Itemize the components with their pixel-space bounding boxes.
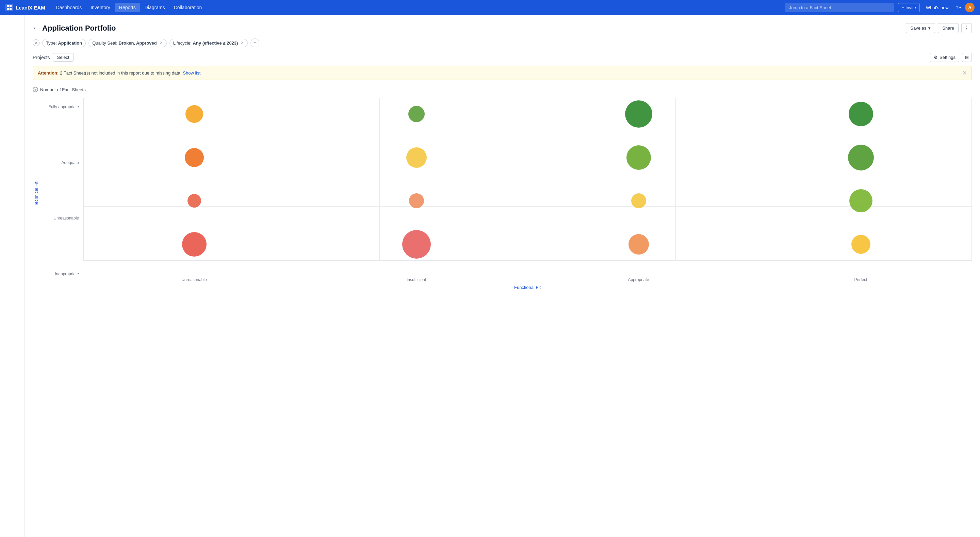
chart-grid: UnreasonableInsufficientAppropriatePerfe… — [83, 98, 972, 290]
search-input[interactable] — [785, 3, 894, 12]
gear-icon: ⚙ — [934, 55, 938, 60]
bubble-medium-green-3[interactable] — [850, 189, 872, 212]
chart-legend: ⊘ Number of Fact Sheets — [33, 87, 972, 92]
bubble-medium-yellow-2[interactable] — [851, 235, 870, 254]
y-tick: Fully appropriate — [42, 105, 83, 109]
chart-row: Technical Fit Fully appropriateAdequateU… — [33, 98, 972, 290]
navbar: LeanIX EAM DashboardsInventoryReportsDia… — [0, 0, 980, 15]
legend-icon: ⊘ — [33, 87, 38, 92]
bubble-small-green[interactable] — [408, 106, 425, 122]
projects-label: Projects — [33, 55, 50, 60]
bubble-large-green-2[interactable] — [848, 145, 874, 171]
bubble-medium-orange-2[interactable] — [628, 234, 649, 255]
y-tick: Inappropriate — [42, 272, 83, 276]
back-button[interactable]: ← — [33, 24, 39, 32]
filters-row: ✕ Type: Application Quality Seal: Broken… — [33, 38, 972, 47]
help-button[interactable]: ? ▾ — [955, 4, 962, 11]
whats-new-button[interactable]: What's new — [923, 3, 952, 12]
add-filter-button[interactable]: + — [250, 38, 259, 47]
x-axis-title: Functional Fit — [83, 285, 972, 290]
grid-inner — [83, 98, 972, 261]
clear-all-filter-button[interactable]: ✕ — [33, 40, 40, 46]
invite-button[interactable]: + Invite — [898, 3, 920, 12]
share-button[interactable]: Share — [938, 23, 959, 33]
y-axis-title: Technical Fit — [33, 98, 40, 290]
grid-icon: ⊞ — [965, 55, 969, 60]
bubble-medium-yellow[interactable] — [406, 147, 427, 168]
x-tick: Unreasonable — [83, 277, 305, 282]
toolbar-right: ⚙ Settings ⊞ — [930, 53, 972, 62]
y-axis-ticks: Fully appropriateAdequateUnreasonableIna… — [42, 98, 83, 290]
alert-close-button[interactable]: ✕ — [962, 70, 967, 76]
nav-actions: + Invite What's new ? ▾ A — [898, 3, 975, 12]
lifecycle-filter-remove[interactable]: ✕ — [240, 40, 244, 45]
alert-bar: Attention: 2 Fact Sheet(s) not included … — [33, 66, 972, 80]
nav-item-reports[interactable]: Reports — [115, 3, 140, 12]
alert-message: 2 Fact Sheet(s) not included in this rep… — [60, 70, 183, 76]
more-options-button[interactable]: ⋮ — [961, 23, 972, 33]
bubble-small-yellow[interactable] — [185, 105, 203, 123]
bubble-small-yellow-2[interactable] — [631, 193, 646, 208]
bubble-small-orange-light[interactable] — [409, 193, 424, 208]
x-axis-labels: UnreasonableInsufficientAppropriatePerfe… — [83, 275, 972, 284]
x-tick: Appropriate — [527, 277, 749, 282]
bubbles-layer — [83, 98, 972, 261]
y-tick: Unreasonable — [42, 216, 83, 220]
brand-logo[interactable]: LeanIX EAM — [5, 4, 45, 11]
svg-rect-0 — [5, 4, 13, 11]
sidebar — [0, 15, 24, 537]
nav-menu: DashboardsInventoryReportsDiagramsCollab… — [52, 3, 206, 12]
settings-button[interactable]: ⚙ Settings — [930, 53, 959, 62]
y-tick: Adequate — [42, 160, 83, 165]
x-tick: Insufficient — [305, 277, 527, 282]
x-tick: Perfect — [749, 277, 972, 282]
show-list-link[interactable]: Show list — [183, 70, 200, 76]
page-title-row: ← Application Portfolio — [33, 24, 116, 33]
bubble-large-dark-green[interactable] — [625, 100, 652, 127]
toolbar-left: Projects Select — [33, 53, 74, 62]
bubble-large-red-pink[interactable] — [402, 230, 431, 259]
chart-container: ⊘ Number of Fact Sheets Technical Fit Fu… — [33, 87, 972, 290]
save-as-button[interactable]: Save as ▾ — [906, 23, 935, 33]
main-content: ← Application Portfolio Save as ▾ Share … — [24, 15, 980, 537]
nav-item-dashboards[interactable]: Dashboards — [52, 3, 86, 12]
select-button[interactable]: Select — [53, 53, 74, 62]
lifecycle-filter-tag[interactable]: Lifecycle: Any (effective ≥ 2023) ✕ — [169, 39, 248, 47]
bubble-large-red[interactable] — [182, 232, 207, 257]
grid-view-button[interactable]: ⊞ — [962, 53, 972, 62]
nav-item-collaboration[interactable]: Collaboration — [170, 3, 206, 12]
quality-seal-filter-remove[interactable]: ✕ — [159, 40, 163, 45]
bubble-medium-orange[interactable] — [185, 148, 204, 167]
bubble-small-red-orange[interactable] — [188, 194, 201, 207]
page-title: Application Portfolio — [42, 24, 116, 33]
toolbar-row: Projects Select ⚙ Settings ⊞ — [33, 53, 972, 62]
type-filter-tag[interactable]: Type: Application — [42, 39, 86, 47]
page-header: ← Application Portfolio Save as ▾ Share … — [33, 23, 972, 33]
legend-label: Number of Fact Sheets — [40, 87, 86, 92]
nav-item-diagrams[interactable]: Diagrams — [140, 3, 169, 12]
nav-search-container — [785, 3, 894, 12]
avatar[interactable]: A — [965, 3, 975, 12]
nav-item-inventory[interactable]: Inventory — [86, 3, 115, 12]
header-actions: Save as ▾ Share ⋮ — [906, 23, 972, 33]
bubble-large-dark-green-2[interactable] — [849, 102, 873, 126]
bubble-large-green[interactable] — [627, 145, 651, 170]
quality-seal-filter-tag[interactable]: Quality Seal: Broken, Approved ✕ — [89, 39, 167, 47]
alert-attention-label: Attention: — [38, 70, 59, 76]
